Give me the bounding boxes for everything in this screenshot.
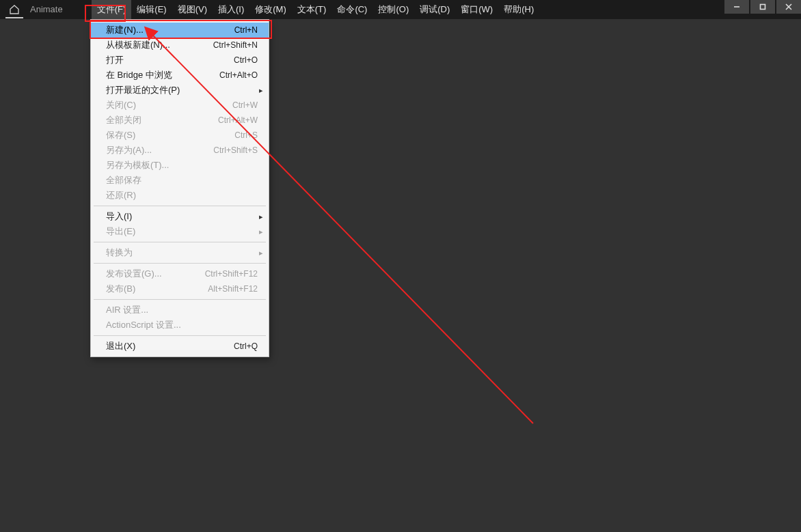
menu-item-0-10: 全部保存: [91, 173, 269, 188]
menu-item-0-0[interactable]: 新建(N)...Ctrl+N: [91, 23, 269, 38]
menu-item-0-8: 另存为(A)...Ctrl+Shift+S: [91, 143, 269, 158]
app-title: Animate: [26, 0, 71, 19]
chevron-right-icon: ▸: [259, 86, 263, 95]
menu-1[interactable]: 编辑(E): [131, 0, 172, 19]
menu-item-shortcut: Ctrl+Alt+W: [218, 115, 258, 125]
menu-2[interactable]: 视图(V): [172, 0, 213, 19]
menu-5[interactable]: 文本(T): [292, 0, 332, 19]
menu-item-0-6: 全部关闭Ctrl+Alt+W: [91, 113, 269, 128]
menu-item-label: 打开: [106, 54, 124, 66]
menu-item-1-0[interactable]: 导入(I)▸: [91, 209, 269, 224]
svg-rect-1: [761, 5, 765, 10]
menu-item-label: 导入(I): [106, 210, 132, 223]
titlebar: Animate 文件(F)编辑(E)视图(V)插入(I)修改(M)文本(T)命令…: [0, 0, 801, 19]
minimize-icon: [733, 3, 740, 10]
menu-item-shortcut: Ctrl+S: [234, 130, 258, 140]
menu-item-shortcut: Ctrl+Q: [234, 341, 258, 351]
menu-separator: [94, 242, 266, 242]
menu-item-4-1: ActionScript 设置...: [91, 318, 269, 333]
menu-item-0-2[interactable]: 打开Ctrl+O: [91, 53, 269, 68]
menu-item-label: 发布设置(G)...: [106, 268, 162, 280]
menu-item-label: 关闭(C): [106, 99, 136, 111]
menu-item-label: 退出(X): [106, 340, 135, 352]
menu-item-label: 还原(R): [106, 189, 136, 201]
home-button[interactable]: [3, 0, 26, 19]
menubar: 文件(F)编辑(E)视图(V)插入(I)修改(M)文本(T)命令(C)控制(O)…: [71, 0, 540, 19]
menu-item-label: 转换为: [106, 247, 133, 259]
home-icon: [9, 4, 20, 15]
menu-7[interactable]: 控制(O): [372, 0, 414, 19]
menu-item-shortcut: Alt+Shift+F12: [208, 284, 258, 294]
menu-item-label: 保存(S): [106, 129, 135, 141]
close-button[interactable]: [776, 0, 801, 14]
menu-10[interactable]: 帮助(H): [498, 0, 539, 19]
menu-item-0-9: 另存为模板(T)...: [91, 158, 269, 173]
menu-item-shortcut: Ctrl+W: [232, 100, 258, 110]
menu-item-0-3[interactable]: 在 Bridge 中浏览Ctrl+Alt+O: [91, 68, 269, 83]
menu-item-label: 全部保存: [106, 174, 141, 186]
menu-3[interactable]: 插入(I): [213, 0, 249, 19]
menu-8[interactable]: 调试(D): [414, 0, 455, 19]
menu-item-label: 另存为模板(T)...: [106, 159, 169, 171]
minimize-button[interactable]: [724, 0, 749, 14]
menu-0[interactable]: 文件(F): [92, 0, 132, 19]
menu-item-3-1: 发布(B)Alt+Shift+F12: [91, 281, 269, 296]
menu-item-shortcut: Ctrl+Shift+N: [213, 40, 258, 50]
chevron-right-icon: ▸: [259, 249, 263, 257]
menu-item-label: 新建(N)...: [106, 24, 144, 36]
menu-separator: [94, 206, 266, 206]
menu-item-shortcut: Ctrl+Shift+S: [213, 145, 258, 155]
menu-4[interactable]: 修改(M): [249, 0, 292, 19]
menu-item-shortcut: Ctrl+Shift+F12: [205, 269, 258, 279]
menu-9[interactable]: 窗口(W): [455, 0, 498, 19]
chevron-right-icon: ▸: [259, 227, 263, 236]
home-underline: [5, 17, 23, 18]
menu-item-label: 在 Bridge 中浏览: [106, 69, 172, 81]
menu-item-label: 从模板新建(N)...: [106, 39, 170, 51]
menu-item-shortcut: Ctrl+Alt+O: [219, 70, 258, 80]
menu-item-0-7: 保存(S)Ctrl+S: [91, 128, 269, 143]
menu-item-label: AIR 设置...: [106, 304, 148, 316]
menu-item-label: 全部关闭: [106, 114, 141, 126]
maximize-button[interactable]: [750, 0, 775, 14]
menu-item-0-5: 关闭(C)Ctrl+W: [91, 98, 269, 113]
menu-item-3-0: 发布设置(G)...Ctrl+Shift+F12: [91, 266, 269, 281]
menu-item-4-0: AIR 设置...: [91, 303, 269, 318]
menu-item-label: 发布(B): [106, 283, 135, 295]
menu-item-label: 打开最近的文件(P): [106, 84, 180, 96]
file-menu-dropdown: 新建(N)...Ctrl+N从模板新建(N)...Ctrl+Shift+N打开C…: [90, 19, 269, 357]
menu-item-label: 导出(E): [106, 225, 135, 238]
menu-item-shortcut: Ctrl+N: [234, 25, 258, 35]
menu-item-0-4[interactable]: 打开最近的文件(P)▸: [91, 83, 269, 98]
menu-item-shortcut: Ctrl+O: [234, 55, 258, 65]
menu-item-label: 另存为(A)...: [106, 144, 152, 156]
menu-6[interactable]: 命令(C): [331, 0, 372, 19]
close-icon: [785, 3, 792, 10]
chevron-right-icon: ▸: [259, 212, 263, 221]
menu-item-0-11: 还原(R): [91, 188, 269, 203]
menu-item-0-1[interactable]: 从模板新建(N)...Ctrl+Shift+N: [91, 38, 269, 53]
menu-separator: [94, 263, 266, 264]
menu-item-2-0: 转换为▸: [91, 245, 269, 260]
menu-item-label: ActionScript 设置...: [106, 319, 181, 331]
menu-separator: [94, 299, 266, 300]
menu-item-5-0[interactable]: 退出(X)Ctrl+Q: [91, 339, 269, 354]
menu-separator: [94, 335, 266, 336]
menu-item-1-1: 导出(E)▸: [91, 224, 269, 239]
window-controls: [723, 0, 801, 14]
maximize-icon: [759, 3, 766, 10]
